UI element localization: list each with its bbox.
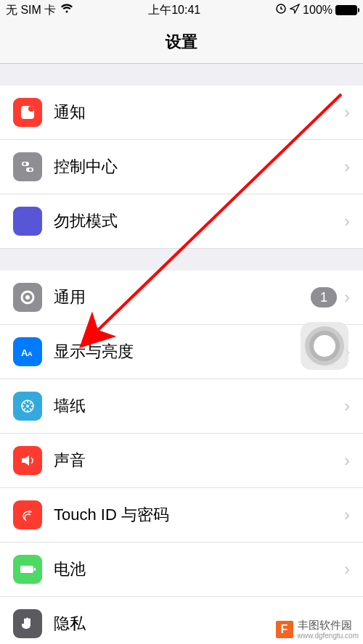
wallpaper-icon: [13, 392, 42, 421]
cell-label: 墙纸: [54, 395, 344, 417]
svg-text:A: A: [28, 350, 33, 358]
status-right: 100%: [275, 3, 357, 17]
cell-touch-id[interactable]: Touch ID 与密码 ›: [0, 488, 363, 542]
carrier-text: 无 SIM 卡: [6, 3, 56, 18]
cell-battery[interactable]: 电池 ›: [0, 542, 363, 597]
chevron-right-icon: ›: [344, 287, 350, 307]
cell-label: 通用: [54, 286, 311, 308]
chevron-right-icon: ›: [344, 559, 350, 579]
chevron-right-icon: ›: [344, 157, 350, 177]
cell-label: 控制中心: [54, 156, 344, 178]
cell-label: Touch ID 与密码: [54, 504, 344, 526]
battery-settings-icon: [13, 555, 42, 584]
gear-icon: [13, 283, 42, 312]
watermark-url: www.dgfengtu.com: [298, 632, 359, 640]
svg-point-4: [23, 162, 26, 165]
chevron-right-icon: ›: [344, 211, 350, 231]
rotation-lock-icon: [275, 3, 287, 17]
cell-do-not-disturb[interactable]: 勿扰模式 ›: [0, 194, 363, 249]
chevron-right-icon: ›: [344, 102, 350, 123]
page-title: 设置: [166, 31, 197, 53]
cell-control-center[interactable]: 控制中心 ›: [0, 140, 363, 194]
status-left: 无 SIM 卡: [6, 3, 73, 18]
status-bar: 无 SIM 卡 上午10:41 100%: [0, 0, 363, 20]
speaker-icon: [13, 446, 42, 475]
notifications-icon: [13, 98, 42, 127]
svg-rect-13: [20, 566, 33, 573]
cell-notifications[interactable]: 通知 ›: [0, 86, 363, 140]
watermark-brand: 丰图软件园: [298, 619, 352, 631]
svg-point-2: [28, 106, 34, 112]
control-center-icon: [13, 152, 42, 181]
assistive-touch-button[interactable]: [301, 322, 348, 370]
svg-point-12: [26, 405, 29, 408]
nav-bar: 设置: [0, 20, 363, 64]
hand-icon: [13, 609, 42, 638]
battery-icon: [335, 5, 357, 15]
fingerprint-icon: [13, 500, 42, 529]
status-time: 上午10:41: [73, 3, 275, 18]
cell-label: 电池: [54, 558, 344, 580]
cell-label: 声音: [54, 450, 344, 471]
cell-label: 通知: [54, 102, 344, 123]
location-icon: [290, 4, 300, 17]
svg-rect-14: [34, 568, 36, 571]
svg-point-8: [25, 295, 30, 300]
watermark: F 丰图软件园 www.dgfengtu.com: [276, 619, 359, 640]
svg-point-6: [29, 168, 32, 171]
chevron-right-icon: ›: [344, 450, 350, 471]
cell-label: 勿扰模式: [54, 210, 344, 232]
wifi-icon: [60, 4, 73, 17]
text-size-icon: AA: [13, 337, 42, 366]
notification-badge: 1: [311, 287, 337, 307]
moon-icon: [13, 207, 42, 236]
cell-wallpaper[interactable]: 墙纸 ›: [0, 379, 363, 434]
cell-general[interactable]: 通用 1 ›: [0, 271, 363, 325]
chevron-right-icon: ›: [344, 505, 350, 525]
watermark-logo: F: [276, 621, 293, 638]
chevron-right-icon: ›: [344, 396, 350, 416]
battery-percent: 100%: [303, 4, 333, 17]
cell-sounds[interactable]: 声音 ›: [0, 434, 363, 488]
